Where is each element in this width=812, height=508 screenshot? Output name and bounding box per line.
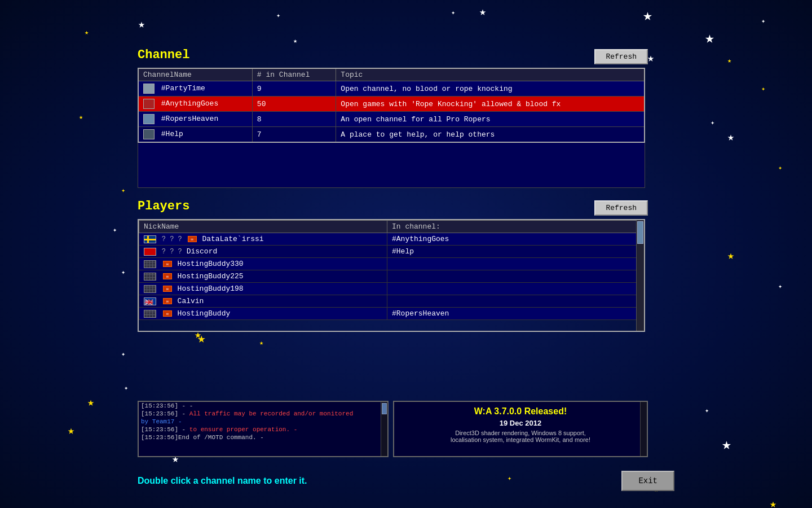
- channel-refresh-button[interactable]: Refresh: [594, 49, 648, 64]
- flag-grid: [144, 273, 156, 281]
- chat-line: by Team17 -: [139, 418, 387, 426]
- chat-scrollbar[interactable]: [381, 402, 387, 456]
- star-item: ✦: [710, 119, 714, 127]
- player-row[interactable]: ✉ HostingBuddy #RopersHeaven: [139, 308, 644, 320]
- players-title: Players: [138, 199, 189, 213]
- players-refresh-button[interactable]: Refresh: [594, 200, 648, 216]
- news-date: 19 Dec 2012: [399, 419, 642, 427]
- player-nick-cell: 🇬🇧 ✉ Calvin: [139, 295, 387, 308]
- star-decoration: ★: [197, 330, 205, 347]
- star-item: ★: [293, 37, 297, 45]
- star-item: ✦: [121, 268, 125, 277]
- player-row[interactable]: ✉ HostingBuddy330: [139, 258, 644, 270]
- star-item: ★: [643, 6, 652, 25]
- news-panel: W:A 3.7.0.0 Released! 19 Dec 2012 Direct…: [393, 401, 648, 457]
- chat-line: [15:23:56] - -: [139, 402, 387, 410]
- channel-row[interactable]: #Help 7 A place to get help, or help oth…: [138, 127, 645, 143]
- flag-grid: [144, 260, 156, 268]
- email-icon: ✉: [188, 236, 197, 242]
- player-nick-cell: ✉ HostingBuddy: [139, 308, 387, 320]
- flag-finland: [144, 235, 156, 243]
- channel-title: Channel: [138, 48, 189, 62]
- star-item: ✦: [121, 186, 125, 195]
- players-section: Players Refresh NickName In channel: ? ?…: [138, 199, 648, 332]
- player-row[interactable]: ? ? ? ✉ DataLate`irssi #AnythingGoes: [139, 233, 644, 246]
- flag-grid: [144, 285, 156, 293]
- email-icon: ✉: [163, 310, 172, 317]
- channel-icon: [143, 129, 155, 139]
- players-scrollbar-thumb: [637, 221, 643, 244]
- flag-red: [144, 248, 156, 256]
- player-row[interactable]: ✉ HostingBuddy225: [139, 270, 644, 283]
- star-item: ★: [85, 28, 89, 37]
- star-item: ★: [722, 435, 731, 454]
- star-item: ★: [138, 17, 145, 31]
- main-content: Channel Refresh ChannelName # in Channel…: [138, 48, 648, 332]
- player-channel-cell: [387, 283, 644, 295]
- channel-row[interactable]: #PartyTime 9 Open channel, no blood or r…: [138, 81, 645, 97]
- news-title: W:A 3.7.0.0 Released!: [399, 406, 642, 417]
- star-item: ★: [727, 130, 734, 144]
- star-item: ★: [705, 28, 714, 47]
- news-scrollbar[interactable]: [640, 402, 647, 456]
- star-item: ✦: [778, 164, 782, 172]
- email-icon: ✉: [163, 286, 172, 292]
- channel-row[interactable]: #RopersHeaven 8 An open channel for all …: [138, 112, 645, 127]
- star-item: ✦: [705, 406, 709, 415]
- channel-name-cell: #AnythingGoes: [138, 97, 252, 112]
- star-item: ★: [87, 395, 94, 409]
- news-body: Direct3D shader rendering, Windows 8 sup…: [399, 430, 642, 443]
- flag-grid: [144, 310, 156, 318]
- player-channel-cell: #AnythingGoes: [387, 233, 644, 246]
- player-row[interactable]: ✉ HostingBuddy198: [139, 283, 644, 295]
- question-marks: ? ? ?: [162, 248, 182, 256]
- players-scrollbar[interactable]: [636, 220, 644, 331]
- player-nick-cell: ✉ HostingBuddy198: [139, 283, 387, 295]
- channel-icon: [143, 84, 155, 94]
- channel-col-count: # in Channel: [252, 68, 336, 81]
- channel-row[interactable]: #AnythingGoes 50 Open games with 'Rope K…: [138, 97, 645, 112]
- flag-uk: 🇬🇧: [144, 297, 156, 305]
- channel-icon: [143, 99, 155, 109]
- player-channel-cell: [387, 270, 644, 283]
- player-row[interactable]: 🇬🇧 ✉ Calvin: [139, 295, 644, 308]
- star-item: ✦: [778, 282, 782, 291]
- chat-line: [15:23:56]End of /MOTD command. -: [139, 433, 387, 441]
- channel-count-cell: 7: [252, 127, 336, 143]
- star-item: ★: [647, 51, 654, 65]
- channel-count-cell: 50: [252, 97, 336, 112]
- exit-button[interactable]: Exit: [621, 471, 674, 491]
- player-nick-cell: ? ? ? Discord: [139, 246, 387, 258]
- star-item: ✦: [451, 8, 455, 17]
- channel-col-name: ChannelName: [138, 68, 252, 81]
- player-nick-cell: ✉ HostingBuddy225: [139, 270, 387, 283]
- player-row[interactable]: ? ? ? Discord #Help: [139, 246, 644, 258]
- players-col-channel: In channel:: [387, 221, 644, 233]
- footer: Double click a channel name to enter it.…: [138, 471, 674, 491]
- star-item: ★: [770, 497, 776, 508]
- channel-table: ChannelName # in Channel Topic #PartyTim…: [138, 68, 645, 143]
- star-item: ★: [479, 5, 486, 19]
- hint-text: Double click a channel name to enter it.: [138, 476, 307, 486]
- player-channel-cell: #Help: [387, 246, 644, 258]
- players-col-nick: NickName: [139, 221, 387, 233]
- channel-col-topic: Topic: [336, 68, 645, 81]
- star-item: ★: [68, 423, 74, 437]
- channel-topic-cell: Open games with 'Rope Knocking' allowed …: [336, 97, 645, 112]
- star-item: ✦: [761, 85, 765, 93]
- channel-section: Channel Refresh ChannelName # in Channel…: [138, 48, 648, 188]
- player-channel-cell: [387, 295, 644, 308]
- email-icon: ✉: [163, 273, 172, 279]
- chat-log: [15:23:56] - -[15:23:56] - All traffic m…: [138, 401, 389, 457]
- channel-count-cell: 8: [252, 112, 336, 127]
- star-item: ✦: [113, 226, 117, 234]
- player-channel-cell: [387, 258, 644, 270]
- channel-name-cell: #Help: [138, 127, 252, 143]
- players-table-wrapper: NickName In channel: ? ? ? ✉ DataLate`ir…: [138, 219, 645, 332]
- star-item: ✦: [121, 350, 125, 358]
- star-item: ✦: [124, 384, 128, 392]
- star-item: ✦: [276, 11, 280, 20]
- channel-topic-cell: An open channel for all Pro Ropers: [336, 112, 645, 127]
- star-item: ✦: [761, 17, 765, 25]
- chat-scrollbar-thumb: [382, 403, 387, 414]
